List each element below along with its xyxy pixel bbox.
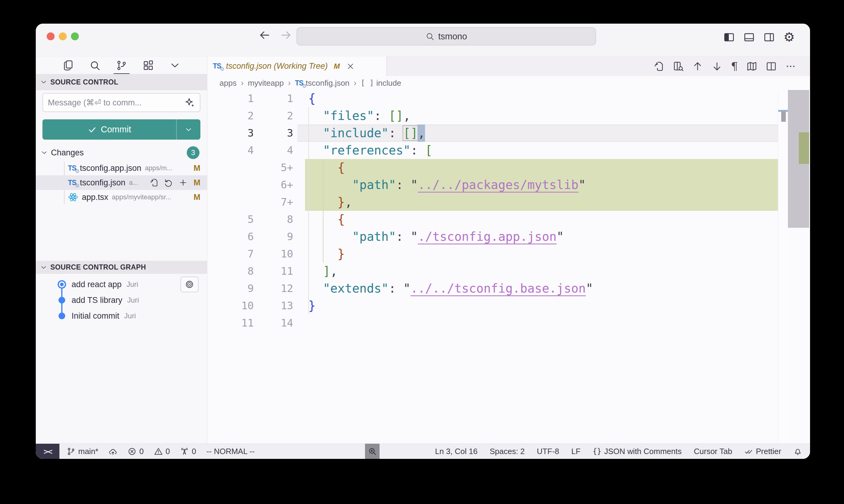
code-line[interactable]: 1114: [207, 314, 810, 332]
code-line[interactable]: 22 "files": [],: [207, 107, 810, 125]
minimize-window-button[interactable]: [59, 32, 67, 40]
code-line[interactable]: 69 "path": "./tsconfig.app.json": [207, 228, 810, 245]
command-center-search[interactable]: tsmono: [296, 27, 596, 46]
code-line[interactable]: 7+ },: [207, 194, 810, 211]
new-line-number: 1: [253, 90, 293, 107]
new-line-number: 14: [253, 314, 293, 332]
arrow-up-icon[interactable]: [692, 61, 703, 72]
status-item-ports[interactable]: 0: [180, 447, 196, 456]
new-line-number: 4: [253, 142, 293, 159]
commit-message: add react app: [71, 280, 122, 289]
code-line[interactable]: 58 {: [207, 211, 810, 228]
file-name: tsconfig.json: [80, 178, 125, 187]
code-line[interactable]: 1013}: [207, 297, 810, 314]
breadcrumb-item-include[interactable]: [ ]include: [361, 78, 401, 88]
changed-file-row-tsconfig.json[interactable]: TS⚙tsconfig.jsona...M: [36, 175, 207, 190]
status-item-errors[interactable]: 0: [127, 447, 143, 456]
commit-author: Juri: [126, 280, 138, 289]
broadcast-icon: [180, 447, 189, 456]
file-path: a...: [129, 179, 138, 186]
status-item-cursor-tab[interactable]: Cursor Tab: [694, 447, 733, 456]
code-text: "files": [],: [308, 107, 411, 125]
commit-button-main[interactable]: Commit: [42, 119, 176, 140]
branch-icon: [67, 447, 75, 456]
close-icon[interactable]: [346, 62, 355, 70]
zoom-indicator[interactable]: [365, 444, 380, 459]
status-item-language-mode[interactable]: {}JSON with Comments: [593, 447, 682, 456]
status-item-vim-mode[interactable]: -- NORMAL --: [206, 447, 255, 456]
back-arrow-icon[interactable]: [259, 29, 271, 41]
commit-row[interactable]: Initial commitJuri: [36, 308, 207, 324]
activity-item-more-views[interactable]: [166, 57, 184, 74]
code-line[interactable]: 5+ {: [207, 159, 810, 176]
commit-row[interactable]: add TS libraryJuri: [36, 292, 207, 308]
commit-dropdown-button[interactable]: [176, 119, 201, 140]
minimap[interactable]: [778, 90, 788, 444]
status-item-sync[interactable]: [108, 447, 117, 456]
status-item-branch[interactable]: main*: [67, 447, 98, 456]
code-line[interactable]: 33 "include": [],: [207, 125, 810, 142]
code-text: ],: [308, 263, 338, 280]
open-file-icon[interactable]: [653, 61, 664, 72]
gear-icon[interactable]: ⚙: [783, 32, 795, 43]
status-item-cursor-position[interactable]: Ln 3, Col 16: [435, 447, 478, 456]
toggle-panel-bottom-icon[interactable]: [743, 32, 755, 43]
split-icon[interactable]: [766, 61, 777, 72]
status-item-label: 0: [139, 447, 143, 456]
diff-find-icon[interactable]: [673, 61, 684, 72]
sparkle-icon[interactable]: [185, 97, 195, 108]
breadcrumb-label: tsconfig.json: [306, 78, 349, 88]
editor-scrollbar[interactable]: [788, 90, 809, 228]
breadcrumb-item-apps[interactable]: apps: [220, 78, 237, 88]
goto-current-commit-button[interactable]: [180, 276, 199, 292]
toggle-panel-right-icon[interactable]: [763, 32, 775, 43]
code-line[interactable]: 912 "extends": "../../tsconfig.base.json…: [207, 280, 810, 297]
discard-icon[interactable]: [164, 178, 173, 187]
new-line-number: 9: [253, 228, 293, 245]
changes-section-header[interactable]: Changes 3: [36, 146, 207, 160]
activity-item-extensions[interactable]: [139, 57, 157, 74]
changed-file-row-app.tsx[interactable]: app.tsxapps/myviteapp/sr...M: [36, 190, 207, 204]
activity-item-explorer[interactable]: [59, 57, 77, 74]
open-file-icon[interactable]: [150, 178, 158, 187]
status-item-encoding[interactable]: UTF-8: [537, 447, 559, 456]
breadcrumb-item-myviteapp[interactable]: myviteapp: [248, 78, 284, 88]
code-line[interactable]: 6+ "path": "../../packages/mytslib": [207, 176, 810, 194]
commit-message-input[interactable]: Message (⌘⏎ to comm...: [42, 93, 201, 112]
tab-tsconfig-json-working-tree[interactable]: TS⚙ tsconfig.json (Working Tree) M: [207, 56, 387, 76]
chevron-down-icon: [40, 78, 47, 86]
forward-arrow-icon[interactable]: [280, 29, 292, 41]
toggle-panel-left-icon[interactable]: [723, 32, 735, 43]
code-line[interactable]: 710 }: [207, 245, 810, 263]
code-line[interactable]: 44 "references": [: [207, 142, 810, 159]
source-control-graph-header[interactable]: SOURCE CONTROL GRAPH: [36, 261, 207, 274]
status-item-formatter[interactable]: Prettier: [744, 447, 781, 456]
ellipsis-icon[interactable]: [785, 61, 796, 72]
changed-file-row-tsconfig.app.json[interactable]: TS⚙tsconfig.app.jsonapps/m...M: [36, 161, 207, 175]
activity-item-source-control[interactable]: [113, 57, 131, 74]
zoom-window-button[interactable]: [71, 32, 79, 40]
breadcrumb-item-tsconfig.json[interactable]: TS⚙tsconfig.json: [295, 78, 349, 88]
arrow-down-icon[interactable]: [711, 61, 722, 72]
code-line[interactable]: 11{: [207, 90, 810, 107]
status-item-warnings[interactable]: 0: [154, 447, 170, 456]
commit-button[interactable]: Commit: [42, 119, 201, 140]
activity-item-search[interactable]: [86, 57, 104, 74]
changes-count-badge: 3: [187, 146, 200, 159]
status-item-label: -- NORMAL --: [206, 447, 255, 456]
status-item-notifications[interactable]: [793, 447, 802, 456]
code-line[interactable]: 811 ],: [207, 263, 810, 280]
map-icon[interactable]: [746, 61, 757, 72]
source-control-header[interactable]: SOURCE CONTROL: [36, 74, 207, 90]
diff-editor-viewport[interactable]: 11{22 "files": [],33 "include": [],44 "r…: [207, 90, 810, 444]
status-item-indentation[interactable]: Spaces: 2: [489, 447, 525, 456]
remote-indicator[interactable]: ><: [36, 444, 59, 459]
commit-message: Initial commit: [71, 311, 119, 321]
close-window-button[interactable]: [47, 32, 55, 40]
source-control-title: SOURCE CONTROL: [50, 78, 118, 86]
stage-icon[interactable]: [178, 178, 188, 187]
old-line-number: 7: [213, 245, 254, 263]
status-item-eol[interactable]: LF: [571, 447, 581, 456]
cloud-upload-icon: [108, 447, 117, 456]
pilcrow-icon[interactable]: ¶: [731, 61, 738, 72]
